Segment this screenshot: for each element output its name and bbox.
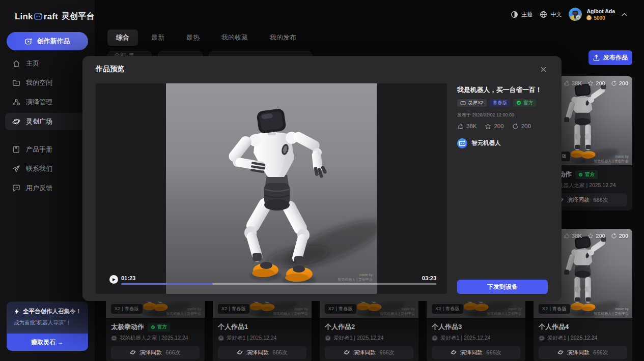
favorites-stat[interactable]: 200 [485,123,503,130]
thumbnail-watermark: made by智元机器人 | 灵创平台 [594,154,629,163]
user-coins: 5000 [586,15,615,21]
tab-最热[interactable]: 最热 [178,29,208,46]
reenact-button[interactable]: 演绎同款 666次 [539,346,627,359]
official-badge-label: 官方 [157,324,167,330]
card-body: 个人作品2 爱好者1 | 2025.12.24 演绎同款 666次 [320,318,418,359]
action-count: 666次 [272,349,287,356]
sidebar-item-演绎管理[interactable]: 演绎管理 [5,94,90,111]
reenact-button[interactable]: 演绎同款 666次 [325,346,413,359]
planet-icon [12,117,20,126]
stat-value: 200 [619,80,628,86]
nav-group-gap [0,132,95,136]
action-label: 演绎同款 [567,196,590,204]
watermark-line1: made by [594,307,629,311]
robot-face-icon [460,100,466,106]
model-badge: 灵犀X2 [457,99,487,107]
create-video-icon [25,38,33,45]
card-title: 个人作品3 [432,322,462,332]
reenact-button[interactable]: 演绎同款 666次 [218,346,306,359]
author-avatar [325,335,331,341]
thumbnail-watermark: made by智元机器人 | 灵创平台 [594,307,629,316]
reenact-button[interactable]: 演绎同款 666次 [432,346,520,359]
share-icon [512,123,519,130]
action-label: 演绎同款 [460,349,483,356]
work-author[interactable]: 智元机器人 [457,138,548,148]
video-frame[interactable]: made by智元机器人 | 灵创平台 [166,83,377,294]
work-preview-modal: 作品预览 made by智元机器人 | 灵创平台 01:23 03:23 我是机… [82,56,562,301]
sidebar-item-主页[interactable]: 主页 [5,55,90,72]
planet-icon [130,349,136,355]
theme-icon [511,11,518,18]
version-badge: 青春版 [490,99,511,107]
stat-value: 38K [466,123,477,129]
current-time: 01:23 [121,275,135,281]
work-stats: 38K 200 200 [457,123,548,130]
card-author: 爱好者1 | 2025.12.24 [432,335,520,342]
promo-headline: 全平台创作人召集令！ [7,302,88,315]
card-stats: 38K 200 200 [564,233,628,239]
action-count: 666次 [593,349,608,356]
robot-video-still [166,83,377,294]
verified-check-icon [151,325,155,329]
avatar [569,8,582,21]
stat-value: 38K [572,233,582,239]
card-author-text: 爱好者1 | 2025.12.24 [333,335,383,342]
coin-icon [586,15,592,20]
card-author-text: 爱好者1 | 2025.12.24 [440,335,490,342]
globe-icon [540,11,547,18]
watermark-line1: made by [166,307,201,311]
model-version-badge: X2 | 青春版 [218,304,249,314]
send-to-device-button[interactable]: 下发到设备 [457,280,548,294]
tab-我的收藏[interactable]: 我的收藏 [213,29,257,46]
card-title: 个人作品1 [218,322,248,332]
language-switcher[interactable]: 中文 [540,11,562,18]
stat-value: 200 [494,123,503,129]
verified-check-icon [516,100,521,105]
sidebar-item-联系我们[interactable]: 联系我们 [5,160,90,177]
paper-plane-icon [12,165,20,173]
official-badge: 官方 [575,170,598,179]
tab-最新[interactable]: 最新 [143,29,173,46]
sidebar-item-我的空间[interactable]: 我的空间 [5,74,90,92]
shares-stat: 200 [611,80,628,86]
promo-banner: 全平台创作人召集令！ 成为首批"机器人导演"！ 赚取灵石 → [7,302,88,351]
planet-icon [237,349,243,355]
star-icon [587,80,594,86]
tab-我的发布[interactable]: 我的发布 [261,29,305,46]
planet-icon [344,349,350,355]
thumbnail-watermark: made by智元机器人 | 灵创平台 [273,307,308,316]
sidebar: Linkraft 灵创平台 创作新作品 主页我的空间演绎管理灵创广场 产品手册联… [0,0,95,361]
play-button[interactable] [109,275,118,284]
watermark-line2: 智元机器人 | 灵创平台 [166,311,201,316]
user-menu[interactable]: Agibot Ada 5000 [569,8,627,21]
seek-bar[interactable] [121,283,436,285]
tab-综合[interactable]: 综合 [107,29,138,46]
shares-stat[interactable]: 200 [512,123,531,130]
create-new-work-button[interactable]: 创作新作品 [7,32,88,50]
likes-stat[interactable]: 38K [457,123,477,130]
sidebar-item-灵创广场[interactable]: 灵创广场 [5,113,90,130]
earn-gems-button[interactable]: 赚取灵石 → [7,334,88,351]
stat-value: 200 [619,233,628,239]
likes-stat: 38K [564,80,582,86]
upload-icon [593,54,600,61]
card-author: 爱好者1 | 2025.12.24 [218,335,306,342]
favorites-stat: 200 [587,233,605,239]
card-author: 爱好者1 | 2025.12.24 [325,335,413,342]
manual-icon [12,145,20,154]
sidebar-item-用户反馈[interactable]: 用户反馈 [5,179,90,197]
reenact-button[interactable]: 演绎同款 666次 [111,346,200,359]
theme-toggle[interactable]: 主题 [511,11,533,18]
watermark-line1: made by [594,154,629,159]
close-icon[interactable] [540,66,548,74]
sidebar-item-产品手册[interactable]: 产品手册 [5,141,90,158]
star-icon [485,123,491,130]
thumbnail-watermark: made by智元机器人 | 灵创平台 [166,307,201,316]
share-icon [611,233,617,239]
app-logo: Linkraft 灵创平台 [0,0,95,22]
publish-work-button[interactable]: 发布作品 [589,50,632,65]
user-name: Agibot Ada [586,8,615,14]
card-title: 个人作品4 [539,322,569,332]
card-author-text: 爱好者1 | 2025.12.24 [227,335,276,342]
chevron-up-icon[interactable] [622,13,627,16]
